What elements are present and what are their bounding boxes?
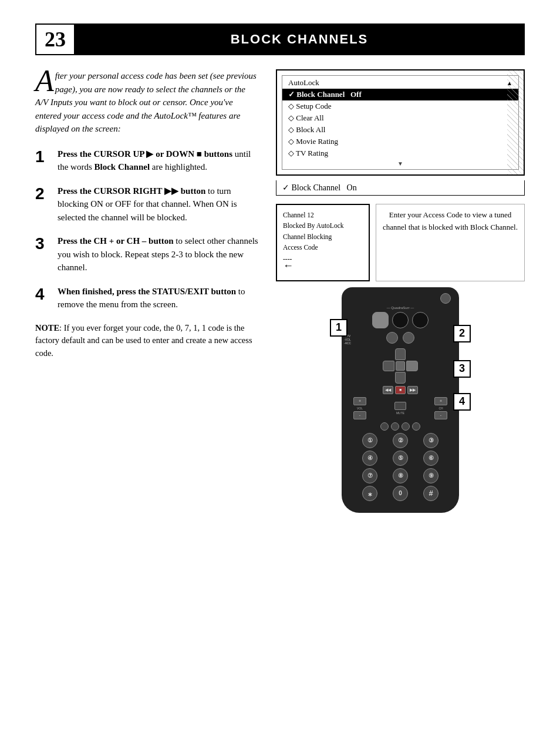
small-btn-2[interactable] bbox=[391, 422, 399, 431]
menu-item-clear-all: Clear All bbox=[282, 112, 518, 124]
note-label: NOTE bbox=[35, 323, 59, 332]
page: 23 Block Channels A fter your personal a… bbox=[0, 0, 560, 729]
nav-left-button[interactable] bbox=[383, 361, 394, 371]
access-code-note: Enter your Access Code to view a tuned c… bbox=[376, 204, 525, 281]
access-code-note-text: Enter your Access Code to view a tuned c… bbox=[383, 210, 518, 231]
badge-4: 4 bbox=[453, 393, 471, 411]
vol-group: + VOL - bbox=[353, 397, 366, 419]
rewind-button[interactable]: ◀◀ bbox=[383, 386, 393, 394]
channel-info-line2: Blocked By AutoLock bbox=[283, 220, 363, 231]
step-2-text: Press the CURSOR RIGHT ▶▶ button to turn… bbox=[58, 184, 258, 224]
num-btn-asterisk[interactable]: ⁎ bbox=[362, 486, 377, 501]
badge-2: 2 bbox=[453, 325, 471, 342]
step-1-number: 1 bbox=[35, 149, 52, 165]
num-btn-1[interactable]: ① bbox=[362, 433, 377, 448]
small-btn-4[interactable] bbox=[412, 422, 420, 431]
numpad: ① ② ③ ④ ⑤ ⑥ ⑦ ⑧ ⑨ ⁎ 0 # bbox=[356, 433, 445, 501]
mid-btn-2[interactable] bbox=[403, 332, 414, 344]
channel-info-line3: Channel Blocking bbox=[283, 231, 363, 242]
num-btn-6[interactable]: ⑥ bbox=[423, 451, 438, 466]
menu-items: AutoLock Block Channel Off Setup Code Cl… bbox=[282, 75, 519, 170]
num-btn-0[interactable]: 0 bbox=[393, 486, 408, 501]
drop-cap: A bbox=[35, 69, 54, 92]
channel-info-box: Channel 12 Blocked By AutoLock Channel B… bbox=[276, 204, 370, 281]
top-buttons bbox=[350, 312, 451, 328]
ch-up-button[interactable]: + bbox=[434, 397, 447, 405]
mid-btn-1[interactable] bbox=[386, 332, 398, 344]
num-btn-4[interactable]: ④ bbox=[362, 451, 377, 466]
channel-info-row: Channel 12 Blocked By AutoLock Channel B… bbox=[276, 204, 525, 281]
num-btn-3[interactable]: ③ bbox=[423, 433, 438, 448]
vol-ch-row: + VOL - MUTE + CH - bbox=[350, 397, 451, 419]
vol-up-button[interactable]: + bbox=[353, 397, 366, 405]
stop-button[interactable]: ■ bbox=[395, 386, 406, 394]
menu-item-tv-rating: TV Rating bbox=[282, 147, 518, 159]
small-buttons-row bbox=[350, 422, 451, 431]
menu-item-block-all: Block All bbox=[282, 124, 518, 136]
badge-1: 1 bbox=[330, 319, 348, 337]
badge-3: 3 bbox=[453, 360, 471, 378]
top-btn-1[interactable] bbox=[372, 312, 389, 328]
small-btn-3[interactable] bbox=[402, 422, 410, 431]
vol-label-text: VOL bbox=[357, 407, 363, 410]
menu-item-movie-rating: Movie Rating bbox=[282, 136, 518, 147]
vol-down-button[interactable]: - bbox=[353, 411, 366, 419]
note-text: NOTE: If you ever forget your code, the … bbox=[35, 322, 258, 360]
step-3: 3 Press the CH + or CH – button to selec… bbox=[35, 234, 258, 274]
quadrasurround-label: — QuadraSurr — bbox=[350, 306, 451, 310]
num-btn-5[interactable]: ⑤ bbox=[393, 451, 408, 466]
left-column: A fter your personal access code has bee… bbox=[35, 69, 258, 513]
nav-right-button[interactable] bbox=[406, 361, 418, 371]
top-btn-3[interactable] bbox=[412, 312, 429, 328]
autolock-label: AutoLock bbox=[288, 78, 319, 88]
right-column: AutoLock Block Channel Off Setup Code Cl… bbox=[276, 69, 525, 513]
page-number: 23 bbox=[36, 25, 75, 54]
menu-item-block-channel: Block Channel Off bbox=[282, 89, 518, 100]
small-btn-1[interactable] bbox=[380, 422, 389, 431]
menu-item-setup-code: Setup Code bbox=[282, 100, 518, 112]
nav-center-button[interactable] bbox=[396, 361, 405, 371]
channel-info-line5: ---- bbox=[283, 253, 363, 264]
page-title: Block Channels bbox=[75, 25, 524, 54]
remote-body: — QuadraSurr — bbox=[342, 287, 459, 513]
arrow-icon: ← bbox=[283, 257, 294, 274]
num-btn-hash[interactable]: # bbox=[423, 486, 438, 501]
power-button[interactable] bbox=[440, 293, 451, 304]
mid-buttons bbox=[350, 332, 451, 344]
num-btn-9[interactable]: ⑨ bbox=[423, 468, 438, 483]
step-2-number: 2 bbox=[35, 186, 52, 202]
acc-label: -ACC bbox=[344, 341, 351, 345]
mute-button[interactable] bbox=[394, 402, 406, 410]
top-btn-2[interactable] bbox=[392, 312, 409, 328]
nav-up-button[interactable] bbox=[395, 348, 406, 360]
block-channel-status-text: ✓ Block Channel On bbox=[282, 183, 357, 192]
num-btn-2[interactable]: ② bbox=[393, 433, 408, 448]
hatch-decoration bbox=[507, 70, 524, 174]
remote-illustration: 4 1 2 3 — QuadraSurr — bbox=[276, 287, 525, 513]
ch-group: + CH - bbox=[434, 397, 447, 419]
step-4: 4 When finished, press the STATUS/EXIT b… bbox=[35, 285, 258, 311]
num-btn-7[interactable]: ⑦ bbox=[362, 468, 377, 483]
step-1-text: Press the CURSOR UP ▶ or DOWN ■ buttons … bbox=[58, 147, 258, 174]
ch-label-text: CH bbox=[438, 407, 443, 410]
mute-label: MUTE bbox=[396, 411, 404, 415]
step-4-number: 4 bbox=[35, 286, 52, 303]
intro-paragraph: A fter your personal access code has bee… bbox=[35, 69, 258, 136]
step-4-text: When finished, press the STATUS/EXIT but… bbox=[58, 285, 258, 311]
step-3-text: Press the CH + or CH – button to select … bbox=[58, 234, 258, 274]
num-btn-8[interactable]: ⑧ bbox=[393, 468, 408, 483]
fastforward-button[interactable]: ▶▶ bbox=[407, 386, 418, 394]
step-2: 2 Press the CURSOR RIGHT ▶▶ button to tu… bbox=[35, 184, 258, 224]
page-header: 23 Block Channels bbox=[35, 23, 525, 55]
channel-info-line4: Access Code bbox=[283, 242, 363, 253]
remote-wrapper: 4 1 2 3 — QuadraSurr — bbox=[342, 287, 459, 513]
menu-box: AutoLock Block Channel Off Setup Code Cl… bbox=[276, 69, 525, 176]
intro-text: fter your personal access code has been … bbox=[35, 71, 257, 133]
ch-down-button[interactable]: - bbox=[434, 411, 447, 419]
step-3-number: 3 bbox=[35, 236, 52, 252]
nav-cross bbox=[383, 348, 418, 384]
nav-down-button[interactable] bbox=[395, 372, 406, 384]
channel-info-line1: Channel 12 bbox=[283, 210, 363, 220]
menu-scroll-down: ▼ bbox=[282, 159, 518, 168]
block-channel-status-bar: ✓ Block Channel On bbox=[276, 180, 525, 196]
